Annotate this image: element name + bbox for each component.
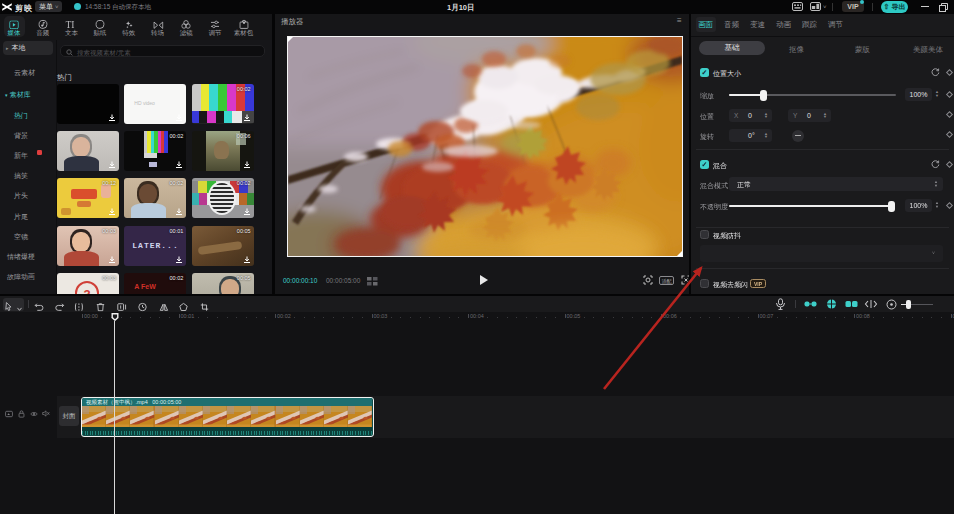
svg-text:TI: TI: [66, 19, 75, 29]
